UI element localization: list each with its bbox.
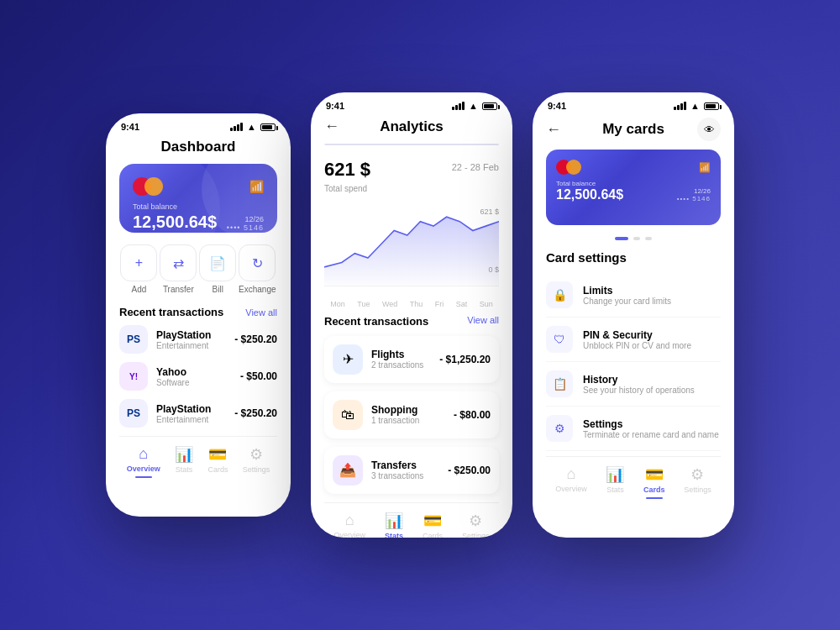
txn-icon-ps1: PS	[119, 325, 148, 354]
nav-overview-1[interactable]: ⌂ Overview	[127, 445, 160, 478]
small-card-expiry: 12/26	[677, 187, 711, 195]
p2-view-all[interactable]: View all	[467, 315, 499, 328]
transaction-playstation-2[interactable]: PS PlayStation Entertainment - $250.20	[119, 399, 277, 428]
chart-label-low: 0 $	[488, 265, 499, 274]
chart-label-high: 621 $	[480, 207, 499, 216]
p2-txn-name-shopping: Shopping	[371, 404, 445, 416]
action-transfer[interactable]: ⇄ Transfer	[160, 244, 197, 294]
transaction-yahoo[interactable]: Y! Yahoo Software - $50.00	[119, 362, 277, 391]
spend-block: 621 $ Total spend	[324, 159, 370, 193]
stats-icon-2: 📊	[385, 512, 403, 530]
nav-cards-1[interactable]: 💳 Cards	[207, 445, 228, 478]
nav-label-stats-2: Stats	[385, 532, 403, 538]
settings-gear-icon: ⚙	[546, 415, 573, 442]
p2-txn-amount-transfers: - $250.00	[448, 465, 491, 476]
exchange-label: Exchange	[239, 285, 276, 294]
nav-cards-3[interactable]: 💳 Cards	[643, 465, 665, 499]
txn-info-ps1: PlayStation Entertainment	[156, 329, 226, 350]
total-spend-amount: 621 $	[324, 159, 370, 181]
nav-stats-3[interactable]: 📊 Stats	[606, 465, 624, 499]
nav-label-stats-3: Stats	[606, 486, 624, 494]
eye-button[interactable]: 👁	[697, 118, 721, 141]
action-add[interactable]: + Add	[120, 244, 157, 294]
txn-name-yahoo: Yahoo	[156, 366, 232, 378]
chart-day-mon: Mon	[330, 300, 345, 308]
transaction-playstation-1[interactable]: PS PlayStation Entertainment - $250.20	[119, 325, 277, 354]
credit-card-3[interactable]: 📶 Total balance 12,500.64$ 12/26 •••• 51…	[546, 150, 721, 225]
exchange-icon: ↻	[239, 244, 276, 281]
view-all-1[interactable]: View all	[245, 307, 277, 318]
card-dot-2[interactable]	[633, 237, 640, 240]
chart-days: Mon Tue Wed Thu Fri Sat Sun	[324, 300, 499, 308]
settings-icon-2: ⚙	[469, 512, 482, 530]
bill-icon: 📄	[199, 244, 236, 281]
settings-limits[interactable]: 🔒 Limits Change your card limits	[546, 273, 721, 318]
p2-txn-flights[interactable]: ✈ Flights 2 transactions - $1,250.20	[324, 336, 499, 383]
p2-txn-count-shopping: 1 transaction	[371, 416, 445, 425]
nav-settings-2[interactable]: ⚙ Settings	[462, 512, 490, 538]
settings-info-settings: Settings Terminate or rename card and na…	[583, 418, 721, 439]
home-icon-1: ⌂	[139, 445, 148, 463]
back-button-3[interactable]: ←	[546, 121, 561, 139]
nav-stats-1[interactable]: 📊 Stats	[175, 445, 193, 478]
nav-label-overview-2: Overview	[333, 531, 365, 538]
cards-icon-2: 💳	[423, 512, 442, 530]
pin-icon: 🛡	[546, 326, 573, 353]
nav-cards-2[interactable]: 💳 Cards	[423, 512, 443, 538]
nav-overview-2[interactable]: ⌂ Overview	[333, 512, 365, 538]
phone-mycards: 9:41 ▲ ← My cards 👁	[533, 92, 734, 538]
nav-settings-1[interactable]: ⚙ Settings	[243, 445, 270, 478]
p2-txn-amount-flights: - $1,250.20	[439, 354, 491, 365]
card-balance-1: 12,500.64$	[133, 213, 217, 232]
bill-label: Bill	[213, 285, 223, 294]
wifi-icon-3: ▲	[690, 101, 700, 111]
p2-txn-transfers[interactable]: 📤 Transfers 3 transactions - $250.00	[324, 447, 499, 494]
card-balance-label-1: Total balance	[133, 202, 264, 211]
card-dot-1[interactable]	[615, 237, 628, 240]
wifi-icon-1: ▲	[247, 122, 256, 132]
transfer-icon: ⇄	[160, 244, 197, 281]
settings-icon-3: ⚙	[690, 465, 704, 484]
nav-label-stats-1: Stats	[176, 465, 193, 474]
back-button-2[interactable]: ←	[324, 118, 339, 135]
flights-icon: ✈	[333, 344, 363, 375]
chart-svg	[324, 203, 499, 286]
settings-history[interactable]: 📋 History See your history of operations	[546, 362, 721, 407]
p2-section-header: Recent transactions View all	[324, 315, 499, 328]
bottom-nav-3: ⌂ Overview 📊 Stats 💳 Cards ⚙ Settings	[546, 456, 721, 512]
settings-settings[interactable]: ⚙ Settings Terminate or rename card and …	[546, 407, 721, 451]
settings-pin[interactable]: 🛡 PIN & Security Unblock PIN or CV and m…	[546, 318, 721, 362]
status-bar-2: 9:41 ▲	[311, 92, 512, 114]
recent-title-1: Recent transactions	[119, 306, 223, 318]
recent-section-header-1: Recent transactions View all	[119, 306, 277, 318]
txn-amount-ps1: - $250.20	[234, 333, 277, 345]
settings-name-settings: Settings	[583, 418, 721, 430]
chart-day-fri: Fri	[435, 300, 444, 308]
tab-month[interactable]: Month	[383, 144, 441, 145]
card-number-1: •••• 5146	[227, 223, 264, 232]
tab-week[interactable]: Week	[325, 144, 383, 145]
mycards-screen: ← My cards 👁 📶 Total balance 12,500.64$ …	[533, 114, 734, 512]
txn-name-ps2: PlayStation	[156, 403, 226, 415]
signal-icon-1	[230, 123, 243, 131]
card-dot-3[interactable]	[645, 237, 652, 240]
nav-settings-3[interactable]: ⚙ Settings	[684, 465, 711, 499]
settings-info-limits: Limits Change your card limits	[583, 285, 721, 306]
date-range: 22 - 28 Feb	[452, 162, 499, 172]
cards-icon-1: 💳	[208, 445, 227, 464]
stats-icon-1: 📊	[175, 445, 193, 464]
nav-stats-2[interactable]: 📊 Stats	[385, 512, 403, 538]
tab-year[interactable]: Year	[440, 144, 498, 145]
txn-name-ps1: PlayStation	[156, 329, 226, 341]
p2-txn-shopping[interactable]: 🛍 Shopping 1 transaction - $80.00	[324, 391, 499, 438]
shopping-icon: 🛍	[333, 400, 363, 430]
nav-overview-3[interactable]: ⌂ Overview	[555, 465, 587, 499]
txn-icon-yahoo: Y!	[119, 362, 148, 391]
bottom-nav-2: ⌂ Overview 📊 Stats 💳 Cards ⚙ Settings	[324, 502, 499, 538]
credit-card-1[interactable]: 📶 Total balance 12,500.64$ 12/26 •••• 51…	[119, 164, 277, 233]
small-card-number: •••• 5146	[677, 195, 711, 202]
analytics-tabs: Week Month Year	[324, 144, 499, 145]
status-bar-3: 9:41 ▲	[533, 92, 734, 114]
action-exchange[interactable]: ↻ Exchange	[239, 244, 276, 294]
action-bill[interactable]: 📄 Bill	[199, 244, 236, 294]
